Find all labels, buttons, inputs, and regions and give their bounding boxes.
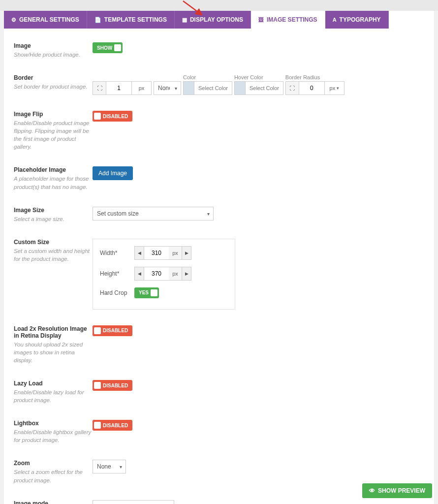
field-retina: Load 2x Resolution Image in Retina Displ… [4,320,434,375]
field-placeholder: Placeholder Image A placeholder image fo… [4,161,434,201]
field-help: Show/Hide product image. [14,51,93,59]
field-help: Set a custom width and height for the pr… [14,247,93,263]
field-label: Image mode [14,500,93,504]
field-label: Border [14,74,93,81]
border-style-select[interactable]: None [154,81,181,95]
field-image-size: Image Size Select a image size. Set cust… [4,202,434,234]
hover-color-label: Hover Color [234,74,283,80]
field-label: Image [14,42,93,49]
preview-label: SHOW PREVIEW [378,487,425,494]
toggle-label: SHOW [94,45,114,51]
toggle-lightbox[interactable]: DISABLED [93,420,132,431]
top-bar [0,0,438,11]
field-help: Enable/Disable lightbox gallery for prod… [14,428,93,444]
height-label: Height* [100,270,134,277]
toggle-image-flip[interactable]: DISABLED [93,111,132,122]
tab-typography[interactable]: ATYPOGRAPHY [325,11,389,29]
field-image: Image Show/Hide product image. SHOW [4,37,434,69]
link-values-icon[interactable]: ⛶ [285,81,299,95]
toggle-lazy-load[interactable]: DISABLED [93,380,132,391]
eye-icon: 👁 [369,487,375,494]
field-label: Image Flip [14,111,93,118]
field-help: A placeholder image for those product(s)… [14,175,93,190]
add-image-button[interactable]: Add Image [93,166,133,180]
border-width-input[interactable] [106,81,132,95]
toggle-knob [94,113,101,120]
field-help: Select a zoom effect for the product ima… [14,468,93,484]
field-label: Zoom [14,460,93,467]
toggle-label: DISABLED [101,383,131,388]
toggle-knob [94,382,101,389]
field-label: Lightbox [14,420,93,427]
toggle-knob [94,422,101,429]
crop-label: Hard Crop [100,289,134,296]
field-help: Set border for product image. [14,83,93,91]
field-label: Custom Size [14,239,93,246]
border-radius-unit[interactable]: px [325,81,344,95]
field-lightbox: Lightbox Enable/Disable lightbox gallery… [4,415,434,455]
width-label: Width* [100,250,134,256]
width-decrement[interactable]: ◀ [134,246,144,260]
height-increment[interactable]: ▶ [182,267,191,281]
tab-content: Image Show/Hide product image. SHOW Bord… [4,29,434,504]
toggle-retina[interactable]: DISABLED [93,325,132,336]
display-icon: ▦ [182,17,187,23]
field-label: Placeholder Image [14,166,93,173]
tab-label: DISPLAY OPTIONS [190,16,243,23]
color-swatch [235,82,246,94]
color-swatch [184,82,194,94]
field-help: Select a image size. [14,215,93,223]
border-hover-color-btn[interactable]: Select Color [234,81,283,95]
radius-label: Border Radius [285,74,344,80]
font-icon: A [333,17,337,23]
gear-icon: ⚙ [11,17,16,23]
field-lazy-load: Lazy Load Enable/Disable lazy load for p… [4,375,434,415]
toggle-label: YES [136,290,151,295]
toggle-image-show[interactable]: SHOW [93,42,123,53]
field-image-flip: Image Flip Enable/Disable product image … [4,106,434,161]
field-border: Border Set border for product image. ⛶ p… [4,69,434,106]
color-text: Select Color [194,85,232,91]
tab-image[interactable]: 🖼IMAGE SETTINGS [251,11,325,29]
field-help: Enable/Disable lazy load for product ima… [14,388,93,404]
border-radius-input[interactable] [299,81,325,95]
zoom-select[interactable]: None [93,460,126,473]
toggle-knob [151,289,157,296]
tab-general[interactable]: ⚙GENERAL SETTINGS [4,11,87,29]
tab-label: IMAGE SETTINGS [267,16,317,23]
width-increment[interactable]: ▶ [182,246,191,260]
tab-display[interactable]: ▦DISPLAY OPTIONS [175,11,251,29]
field-help: Enable/Disable product image flipping. F… [14,119,93,151]
field-label: Load 2x Resolution Image in Retina Displ… [14,325,93,339]
width-input[interactable] [144,246,169,260]
toggle-knob [94,327,101,334]
file-icon: 📄 [94,17,101,23]
color-label: Color [183,74,232,80]
toggle-label: DISABLED [101,328,131,333]
tab-bar: ⚙GENERAL SETTINGS 📄TEMPLATE SETTINGS ▦DI… [4,11,434,29]
toggle-knob [114,44,121,51]
show-preview-button[interactable]: 👁 SHOW PREVIEW [362,483,432,498]
field-label: Lazy Load [14,380,93,387]
field-label: Image Size [14,207,93,214]
tab-label: TYPOGRAPHY [340,16,381,23]
toggle-hard-crop[interactable]: YES [134,287,159,298]
tab-template[interactable]: 📄TEMPLATE SETTINGS [87,11,175,29]
width-unit: px [169,246,182,260]
color-text: Select Color [246,85,283,91]
image-icon: 🖼 [258,17,264,23]
link-values-icon[interactable]: ⛶ [93,81,106,95]
height-unit: px [169,267,182,281]
toggle-label: DISABLED [101,423,131,428]
tab-label: GENERAL SETTINGS [19,16,79,23]
border-color-btn[interactable]: Select Color [183,81,232,95]
image-size-select[interactable]: Set custom size [93,207,214,220]
field-help: You should upload 2x sized images to sho… [14,341,93,364]
height-decrement[interactable]: ◀ [134,267,144,281]
tab-label: TEMPLATE SETTINGS [104,16,167,23]
image-mode-select[interactable]: Normal [93,500,174,504]
toggle-label: DISABLED [101,114,131,119]
custom-size-box: Width* ◀ px ▶ Height* ◀ [93,239,235,310]
settings-panel: ⚙GENERAL SETTINGS 📄TEMPLATE SETTINGS ▦DI… [4,11,434,504]
height-input[interactable] [144,267,169,281]
